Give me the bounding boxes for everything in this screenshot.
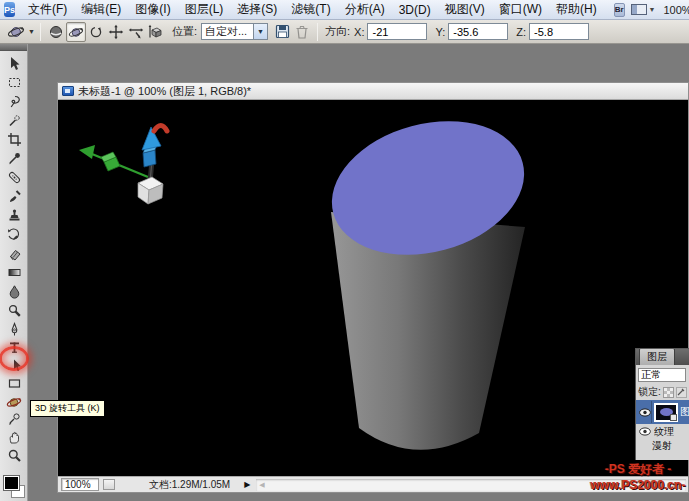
layer-row-textures[interactable]: 纹理 — [636, 424, 689, 439]
scroll-left-icon[interactable]: ◀ — [259, 481, 264, 489]
dodge-tool[interactable] — [2, 301, 26, 320]
cylinder[interactable] — [317, 101, 539, 450]
blur-tool[interactable] — [2, 282, 26, 301]
menu-help[interactable]: 帮助(H) — [549, 0, 604, 20]
document-icon — [62, 86, 74, 96]
blend-mode-select[interactable]: 正常 — [638, 368, 686, 382]
menu-analysis[interactable]: 分析(A) — [338, 0, 392, 20]
document-titlebar[interactable]: 未标题-1 @ 100% (图层 1, RGB/8)* — [58, 83, 688, 100]
move-tool[interactable] — [2, 54, 26, 73]
status-flyout-arrow-icon[interactable]: ▶ — [244, 480, 250, 489]
document-window: 未标题-1 @ 100% (图层 1, RGB/8)* — [57, 82, 689, 493]
layer-thumbnail[interactable] — [654, 403, 678, 422]
clone-stamp-tool[interactable] — [2, 206, 26, 225]
orientation-x-field[interactable] — [367, 23, 427, 40]
x-label: X: — [354, 26, 364, 38]
orientation-z-field[interactable] — [529, 23, 589, 40]
chevron-down-icon[interactable]: ▼ — [28, 28, 35, 35]
delete-view-button — [292, 22, 312, 42]
menu-file[interactable]: 文件(F) — [21, 0, 74, 20]
menu-view[interactable]: 视图(V) — [438, 0, 492, 20]
workspace-background — [0, 493, 689, 501]
position-dropdown[interactable]: 自定对... ▼ — [201, 23, 268, 40]
eye-icon — [639, 408, 651, 417]
crop-tool[interactable] — [2, 130, 26, 149]
shape-tool[interactable] — [2, 374, 26, 393]
photoshop-logo-icon: Ps — [4, 2, 15, 17]
panel-grip[interactable] — [0, 44, 27, 51]
orientation-y-field[interactable] — [448, 23, 508, 40]
z-label: Z: — [516, 26, 526, 38]
lock-label: 锁定: — [638, 385, 661, 399]
status-doc-size: 文档:1.29M/1.05M — [149, 478, 230, 492]
eyedropper-tool[interactable] — [2, 149, 26, 168]
tool-preset-icon[interactable] — [6, 22, 26, 42]
hand-tool[interactable] — [2, 428, 26, 447]
quick-selection-tool[interactable] — [2, 111, 26, 130]
layer-name: 漫射 — [652, 439, 672, 453]
menu-filter[interactable]: 滤镜(T) — [284, 0, 337, 20]
tool-options-bar: ▼ 位置: 自定对... ▼ 方向: X: Y: Z: — [0, 20, 689, 44]
pen-tool[interactable] — [2, 320, 26, 339]
3d-rotate-mode-button[interactable] — [66, 22, 86, 42]
lock-pixels-icon[interactable] — [676, 387, 687, 398]
3d-pan-mode-button[interactable] — [106, 22, 126, 42]
chevron-down-icon: ▼ — [649, 6, 656, 13]
divider — [40, 23, 41, 41]
history-brush-tool[interactable] — [2, 225, 26, 244]
3d-slide-mode-button[interactable] — [126, 22, 146, 42]
lasso-tool[interactable] — [2, 92, 26, 111]
red-annotation-circle — [0, 346, 29, 371]
watermark-line1: -PS 爱好者 - — [578, 461, 689, 477]
tools-panel — [0, 44, 28, 501]
3d-roll-mode-button[interactable] — [86, 22, 106, 42]
layer-row-selected[interactable]: 图层 1 — [636, 400, 689, 424]
document-title: 未标题-1 @ 100% (图层 1, RGB/8)* — [78, 84, 251, 99]
workspace-icon — [631, 4, 647, 15]
watermark-line2: www.PS2000.cn- — [578, 477, 689, 493]
canvas[interactable] — [58, 100, 688, 476]
healing-brush-tool[interactable] — [2, 168, 26, 187]
bridge-button[interactable]: Br — [614, 3, 625, 17]
3d-rotate-tool[interactable] — [2, 392, 26, 411]
tool-tooltip: 3D 旋转工具 (K) — [30, 400, 105, 417]
chevron-down-icon[interactable]: ▼ — [253, 23, 268, 40]
visibility-toggle[interactable] — [638, 425, 652, 438]
menu-image[interactable]: 图像(I) — [128, 0, 177, 20]
layer-name: 纹理 — [654, 425, 674, 439]
menu-window[interactable]: 窗口(W) — [492, 0, 549, 20]
tab-layers[interactable]: 图层 — [639, 348, 675, 365]
layer-name: 图层 1 — [680, 405, 689, 419]
lock-transparency-icon[interactable] — [663, 387, 674, 398]
marquee-tool[interactable] — [2, 73, 26, 92]
layers-panel: 图层 正常 锁定: 图层 1 纹理 漫射 — [635, 348, 689, 460]
eraser-tool[interactable] — [2, 244, 26, 263]
orientation-label: 方向: — [325, 24, 350, 39]
foreground-color-swatch[interactable] — [4, 476, 19, 490]
3d-layer-badge-icon — [670, 414, 677, 421]
zoom-tool[interactable] — [2, 446, 26, 465]
return-initial-position-button[interactable] — [46, 22, 66, 42]
save-view-button[interactable] — [272, 22, 292, 42]
3d-orbit-tool[interactable] — [2, 410, 26, 429]
gradient-tool[interactable] — [2, 263, 26, 282]
menu-edit[interactable]: 编辑(E) — [74, 0, 128, 20]
menu-layer[interactable]: 图层(L) — [178, 0, 231, 20]
app-zoom-dropdown[interactable]: 100% ▼ — [664, 4, 689, 16]
status-zoom-field[interactable]: 100% — [61, 478, 99, 491]
y-label: Y: — [435, 26, 445, 38]
menu-select[interactable]: 选择(S) — [230, 0, 284, 20]
visibility-toggle[interactable] — [638, 401, 652, 423]
eye-icon — [639, 427, 651, 436]
watermark: -PS 爱好者 - www.PS2000.cn- — [578, 461, 689, 493]
layer-row-diffuse[interactable]: 漫射 — [636, 439, 689, 453]
3d-scale-mode-button[interactable] — [146, 22, 166, 42]
layers-panel-tabs: 图层 — [636, 349, 689, 365]
menu-3d[interactable]: 3D(D) — [392, 1, 438, 19]
position-value: 自定对... — [201, 23, 253, 40]
status-grip-icon — [103, 479, 115, 490]
divider — [317, 23, 318, 41]
3d-axis-widget[interactable] — [79, 126, 167, 205]
brush-tool[interactable] — [2, 187, 26, 206]
workspace-switcher-button[interactable]: ▼ — [631, 4, 656, 15]
